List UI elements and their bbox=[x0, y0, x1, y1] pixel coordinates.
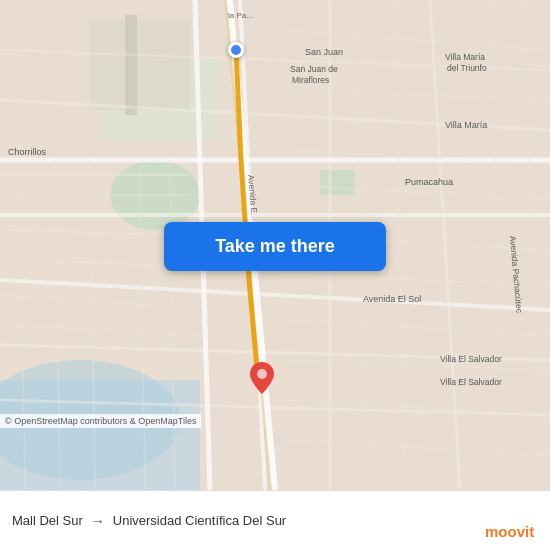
route-info: Mall Del Sur → Universidad Científica De… bbox=[12, 513, 538, 529]
svg-text:Villa María: Villa María bbox=[445, 120, 487, 130]
svg-text:Villa El Salvador: Villa El Salvador bbox=[440, 377, 502, 387]
take-me-there-button[interactable]: Take me there bbox=[164, 222, 386, 271]
route-arrow: → bbox=[91, 513, 105, 529]
moovit-logo: moovit bbox=[485, 520, 540, 542]
svg-text:San Juan de: San Juan de bbox=[290, 64, 338, 74]
map-attribution: © OpenStreetMap contributors & OpenMapTi… bbox=[0, 414, 201, 428]
svg-text:Avenida El Sol: Avenida El Sol bbox=[363, 294, 421, 304]
svg-rect-6 bbox=[90, 20, 190, 110]
svg-text:San Juan: San Juan bbox=[305, 47, 343, 57]
route-origin: Mall Del Sur bbox=[12, 513, 83, 528]
svg-rect-7 bbox=[125, 15, 137, 115]
svg-text:Chorrillos: Chorrillos bbox=[8, 147, 47, 157]
origin-marker bbox=[228, 42, 244, 58]
map-container: San Juan San Juan de Miraflores Villa Ma… bbox=[0, 0, 550, 490]
svg-rect-4 bbox=[320, 170, 355, 195]
svg-text:Villa El Salvador: Villa El Salvador bbox=[440, 354, 502, 364]
svg-text:Villa María: Villa María bbox=[445, 52, 485, 62]
svg-text:Pumacahua: Pumacahua bbox=[405, 177, 453, 187]
moovit-logo-svg: moovit bbox=[485, 520, 540, 542]
svg-point-61 bbox=[257, 369, 267, 379]
svg-text:Miraflores: Miraflores bbox=[292, 75, 329, 85]
svg-text:del Triunfo: del Triunfo bbox=[447, 63, 487, 73]
route-destination: Universidad Científica Del Sur bbox=[113, 513, 286, 528]
svg-text:la Pa...: la Pa... bbox=[228, 11, 253, 20]
destination-marker bbox=[250, 362, 274, 398]
svg-text:moovit: moovit bbox=[485, 523, 534, 540]
bottom-bar: Mall Del Sur → Universidad Científica De… bbox=[0, 490, 550, 550]
